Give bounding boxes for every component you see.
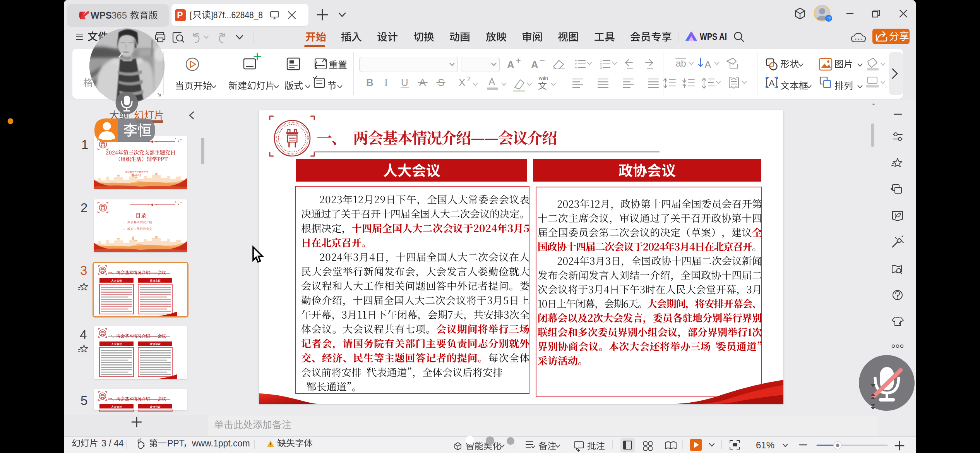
svg-text:X: X xyxy=(459,77,465,88)
svg-text:2: 2 xyxy=(467,76,471,82)
svg-text:www.1ppt.com: www.1ppt.com xyxy=(192,438,250,448)
svg-text:A: A xyxy=(704,59,711,70)
svg-text:ab: ab xyxy=(676,58,686,69)
svg-text:wén: wén xyxy=(538,75,548,81)
svg-text:P: P xyxy=(177,10,183,20)
svg-text:]87f...62848_8: ]87f...62848_8 xyxy=(211,10,263,20)
svg-text:[: [ xyxy=(190,10,192,20)
svg-text:2: 2 xyxy=(81,201,87,215)
svg-text:3: 3 xyxy=(80,263,87,278)
svg-text:A: A xyxy=(488,76,495,88)
svg-text:B: B xyxy=(366,77,373,88)
svg-text:WPS: WPS xyxy=(91,10,112,21)
svg-text:A: A xyxy=(507,59,514,70)
svg-text:5: 5 xyxy=(81,393,87,408)
svg-text:61%: 61% xyxy=(756,440,774,450)
svg-text:365: 365 xyxy=(111,10,127,21)
svg-text:A: A xyxy=(769,78,775,88)
svg-text:U: U xyxy=(401,77,408,88)
svg-text:A: A xyxy=(531,59,538,70)
svg-text:3: 3 xyxy=(600,66,602,70)
svg-text:I: I xyxy=(384,77,388,88)
svg-text:PPT: PPT xyxy=(167,438,185,448)
svg-text:3 / 44: 3 / 44 xyxy=(101,438,124,448)
svg-text:4: 4 xyxy=(80,328,87,342)
svg-text:WPS AI: WPS AI xyxy=(700,31,727,42)
svg-text:1: 1 xyxy=(81,137,88,152)
